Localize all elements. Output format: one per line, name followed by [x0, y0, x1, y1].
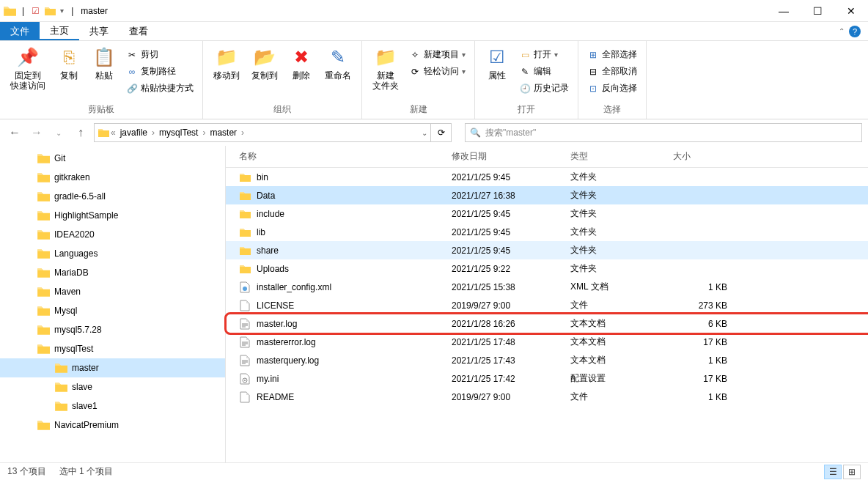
file-type: 文本文档 [564, 336, 667, 348]
delete-button[interactable]: ✖删除 [285, 44, 317, 82]
tree-item[interactable]: gradle-6.5-all [0, 187, 225, 206]
file-size: 17 KB [667, 337, 733, 347]
file-row[interactable]: installer_config.xml2021/1/25 15:38XML 文… [226, 278, 868, 296]
view-details-button[interactable]: ☰ [824, 465, 842, 479]
file-row[interactable]: share2021/1/25 9:45文件夹 [226, 241, 868, 259]
move-to-icon: 📁 [215, 45, 238, 69]
status-bar: 13 个项目 选中 1 个项目 ☰ ⊞ [0, 462, 868, 480]
tree-item[interactable]: master [0, 358, 225, 377]
tree-item[interactable]: mysql5.7.28 [0, 320, 225, 339]
file-name: LICENSE [257, 300, 294, 311]
qat-folder-icon[interactable] [44, 5, 56, 17]
copy-to-button[interactable]: 📂复制到 [247, 44, 282, 82]
invert-selection-button[interactable]: ⊡反向选择 [584, 81, 640, 96]
tree-item[interactable]: MariaDB [0, 263, 225, 282]
file-row[interactable]: README2019/9/27 9:00文件1 KB [226, 388, 868, 406]
search-placeholder: 搜索"master" [485, 127, 536, 139]
new-folder-button[interactable]: 📁新建 文件夹 [368, 44, 403, 93]
breadcrumb-3[interactable]: master [207, 128, 240, 138]
ribbon-group-open: ☑属性 ▭打开▾ ✎编辑 🕘历史记录 打开 [475, 41, 578, 119]
file-row[interactable]: lib2021/1/25 9:45文件夹 [226, 223, 868, 241]
pin-button[interactable]: 📌固定到 快速访问 [6, 44, 50, 93]
tree-item-label: IDEA2020 [54, 229, 95, 240]
file-row[interactable]: masterquery.log2021/1/25 17:43文本文档1 KB [226, 351, 868, 369]
window-title: master [81, 6, 108, 16]
tab-home[interactable]: 主页 [40, 22, 79, 40]
back-button[interactable]: ← [6, 124, 23, 141]
tree-item[interactable]: HighlightSample [0, 206, 225, 225]
tree-item[interactable]: NavicatPremium [0, 416, 225, 435]
tree-item[interactable]: Maven [0, 282, 225, 301]
help-icon[interactable]: ? [849, 26, 861, 37]
ribbon-collapse[interactable]: ⌃? [831, 22, 868, 40]
copy-path-button[interactable]: ∞复制路径 [123, 64, 196, 79]
file-date: 2021/1/25 9:45 [446, 172, 564, 182]
tab-share[interactable]: 共享 [79, 22, 119, 40]
edit-button[interactable]: ✎编辑 [516, 64, 572, 79]
tree-item-label: HighlightSample [54, 210, 118, 221]
new-item-button[interactable]: ✧新建项目▾ [406, 47, 468, 62]
file-row[interactable]: bin2021/1/25 9:45文件夹 [226, 168, 868, 186]
file-name: installer_config.xml [257, 282, 331, 292]
file-row[interactable]: Data2021/1/27 16:38文件夹 [226, 186, 868, 204]
folder-tree[interactable]: Gitgitkrakengradle-6.5-allHighlightSampl… [0, 146, 226, 462]
tab-view[interactable]: 查看 [119, 22, 158, 40]
tree-item[interactable]: Mysql [0, 301, 225, 320]
maximize-button[interactable]: ☐ [801, 0, 834, 22]
column-name[interactable]: 名称 [233, 150, 446, 163]
paste-shortcut-button[interactable]: 🔗粘贴快捷方式 [123, 81, 196, 96]
search-box[interactable]: 🔍 搜索"master" [465, 123, 862, 142]
column-date[interactable]: 修改日期 [446, 150, 564, 163]
tree-item-label: Maven [54, 287, 81, 297]
select-all-button[interactable]: ⊞全部选择 [584, 47, 640, 62]
paste-button[interactable]: 📋粘贴 [88, 44, 120, 82]
properties-button[interactable]: ☑属性 [481, 44, 513, 82]
history-icon: 🕘 [519, 83, 531, 95]
recent-dropdown[interactable]: ⌄ [50, 124, 67, 141]
cut-button[interactable]: ✂剪切 [123, 47, 196, 62]
minimize-button[interactable]: ― [767, 0, 801, 22]
file-row[interactable]: include2021/1/25 9:45文件夹 [226, 204, 868, 223]
paste-shortcut-icon: 🔗 [126, 83, 138, 95]
column-size[interactable]: 大小 [667, 150, 733, 163]
address-bar[interactable]: « javafile› mysqlTest› master› ⌄ [94, 123, 431, 142]
file-row[interactable]: my.ini2021/1/25 17:42配置设置17 KB [226, 369, 868, 388]
ribbon-group-new: 📁新建 文件夹 ✧新建项目▾ ⟳轻松访问▾ 新建 [362, 41, 475, 119]
file-date: 2019/9/27 9:00 [446, 392, 564, 402]
select-none-icon: ⊟ [587, 66, 599, 78]
file-row[interactable]: Uploads2021/1/25 9:22文件夹 [226, 259, 868, 278]
qat-dropdown-icon[interactable]: ▾ [57, 5, 67, 16]
move-to-button[interactable]: 📁移动到 [209, 44, 244, 82]
forward-button[interactable]: → [28, 124, 45, 141]
tree-item[interactable]: slave1 [0, 396, 225, 416]
tree-item[interactable]: Languages [0, 244, 225, 263]
easy-access-button[interactable]: ⟳轻松访问▾ [406, 64, 468, 79]
tree-item[interactable]: IDEA2020 [0, 225, 225, 244]
view-icons-button[interactable]: ⊞ [843, 465, 861, 479]
select-none-button[interactable]: ⊟全部取消 [584, 64, 640, 79]
breadcrumb-1[interactable]: javafile [117, 128, 150, 138]
refresh-button[interactable]: ⟳ [431, 123, 452, 142]
rename-button[interactable]: ✎重命名 [320, 44, 356, 82]
breadcrumb-2[interactable]: mysqlTest [156, 128, 201, 138]
close-button[interactable]: ✕ [834, 0, 868, 22]
up-button[interactable]: ↑ [72, 124, 89, 141]
tree-item[interactable]: mysqlTest [0, 339, 225, 358]
title-bar: | ☑ ▾ | master ― ☐ ✕ [0, 0, 868, 22]
copy-button[interactable]: ⎘复制 [53, 44, 85, 82]
quick-access-toolbar: | ☑ ▾ | [19, 4, 76, 18]
file-row[interactable]: LICENSE2019/9/27 9:00文件273 KB [226, 296, 868, 314]
file-rows: bin2021/1/25 9:45文件夹Data2021/1/27 16:38文… [226, 168, 868, 462]
history-button[interactable]: 🕘历史记录 [516, 81, 572, 96]
file-row[interactable]: master.log2021/1/28 16:26文本文档6 KB [226, 314, 868, 333]
tab-file[interactable]: 文件 [0, 22, 40, 40]
qat-properties-icon[interactable]: ☑ [29, 4, 43, 18]
tree-item[interactable]: gitkraken [0, 168, 225, 187]
tree-item[interactable]: slave [0, 377, 225, 396]
address-dropdown-icon[interactable]: ⌄ [422, 129, 427, 137]
column-type[interactable]: 类型 [564, 150, 667, 163]
tree-item-label: gradle-6.5-all [54, 191, 106, 202]
open-button[interactable]: ▭打开▾ [516, 47, 572, 62]
tree-item[interactable]: Git [0, 149, 225, 168]
file-row[interactable]: mastererror.log2021/1/25 17:48文本文档17 KB [226, 333, 868, 351]
